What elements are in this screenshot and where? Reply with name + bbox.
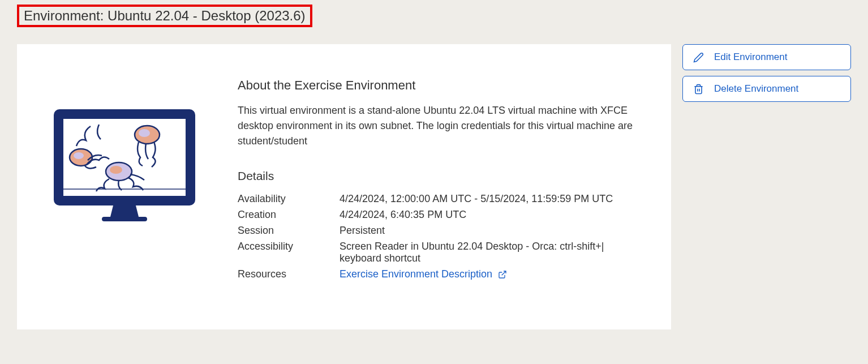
environment-illustration [51, 106, 198, 233]
details-label: Availability [238, 193, 340, 205]
details-value: 4/24/2024, 6:40:35 PM UTC [340, 209, 643, 221]
trash-icon [693, 84, 704, 95]
details-label: Creation [238, 209, 340, 221]
details-label: Accessibility [238, 241, 340, 264]
pencil-icon [693, 52, 704, 63]
resource-link[interactable]: Exercise Environment Description [340, 268, 507, 280]
details-label: Resources [238, 268, 340, 280]
details-value: Persistent [340, 225, 643, 237]
about-text: This virtual environment is a stand-alon… [238, 103, 643, 149]
details-row-accessibility: Accessibility Screen Reader in Ubuntu 22… [238, 241, 643, 264]
details-row-availability: Availability 4/24/2024, 12:00:00 AM UTC … [238, 193, 643, 205]
details-heading: Details [238, 169, 643, 183]
main-card: About the Exercise Environment This virt… [17, 44, 671, 329]
details-table: Availability 4/24/2024, 12:00:00 AM UTC … [238, 193, 643, 280]
svg-point-9 [110, 166, 122, 174]
about-heading: About the Exercise Environment [238, 78, 643, 93]
page-title: Environment: Ubuntu 22.04 - Desktop (202… [17, 5, 312, 27]
resource-link-text: Exercise Environment Description [340, 268, 492, 280]
details-value: Screen Reader in Ubuntu 22.04 Desktop - … [340, 241, 643, 264]
external-link-icon [498, 270, 507, 279]
svg-point-7 [74, 152, 84, 159]
edit-environment-button[interactable]: Edit Environment [682, 44, 851, 70]
details-row-creation: Creation 4/24/2024, 6:40:35 PM UTC [238, 209, 643, 221]
details-value: Exercise Environment Description [340, 268, 643, 280]
content-row: About the Exercise Environment This virt… [17, 44, 851, 329]
details-label: Session [238, 225, 340, 237]
monitor-icon [51, 106, 198, 231]
main-content: About the Exercise Environment This virt… [238, 78, 643, 284]
svg-point-5 [139, 129, 150, 137]
details-row-resources: Resources Exercise Environment Descripti… [238, 268, 643, 280]
details-row-session: Session Persistent [238, 225, 643, 237]
action-sidebar: Edit Environment Delete Environment [682, 44, 851, 102]
edit-button-label: Edit Environment [714, 52, 787, 63]
page-title-text: Environment: Ubuntu 22.04 - Desktop (202… [24, 8, 306, 23]
delete-button-label: Delete Environment [714, 83, 798, 95]
details-value: 4/24/2024, 12:00:00 AM UTC - 5/15/2024, … [340, 193, 643, 205]
svg-rect-3 [102, 217, 147, 221]
svg-line-10 [502, 271, 506, 275]
delete-environment-button[interactable]: Delete Environment [682, 76, 851, 102]
